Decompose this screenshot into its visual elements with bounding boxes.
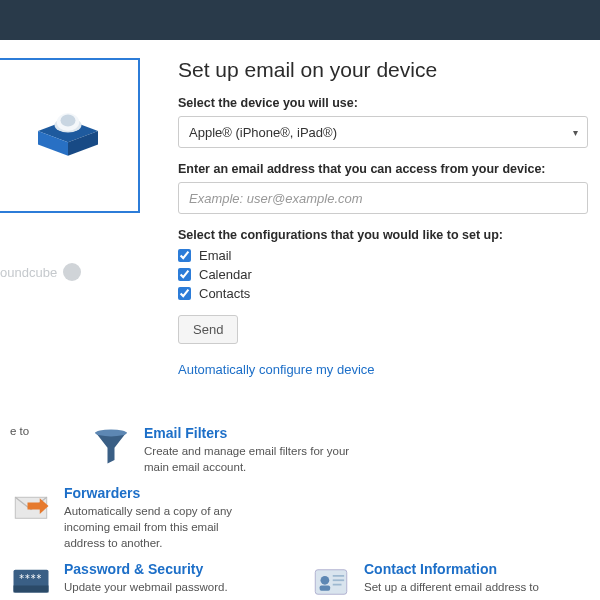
feature-fragment: e to	[10, 425, 60, 475]
svg-rect-13	[315, 570, 347, 595]
setup-panel: Set up email on your device Select the d…	[140, 40, 600, 377]
svg-point-5	[60, 114, 75, 126]
feature-forwarders[interactable]: Forwarders Automatically send a copy of …	[10, 485, 240, 551]
funnel-icon	[90, 425, 132, 467]
contacts-checkbox-row[interactable]: Contacts	[178, 286, 588, 301]
contacts-checkbox-label: Contacts	[199, 286, 250, 301]
roundcube-text: oundcube	[0, 265, 57, 280]
address-label: Enter an email address that you can acce…	[178, 162, 588, 176]
contacts-checkbox[interactable]	[178, 287, 191, 300]
top-bar	[0, 0, 600, 40]
svg-text:****: ****	[19, 573, 42, 584]
forward-envelope-icon	[10, 485, 52, 527]
email-checkbox[interactable]	[178, 249, 191, 262]
svg-rect-17	[333, 580, 344, 582]
feature-desc: Automatically send a copy of any incomin…	[64, 503, 240, 551]
roundcube-logo-icon	[63, 263, 81, 281]
calendar-checkbox-label: Calendar	[199, 267, 252, 282]
feature-title: Password & Security	[64, 561, 228, 577]
device-select[interactable]: Apple® (iPhone®, iPad®)	[178, 116, 588, 148]
left-column: oundcube	[0, 40, 140, 377]
features-grid: e to Email Filters Create and manage ema…	[0, 377, 600, 600]
configs-label: Select the configurations that you would…	[178, 228, 588, 242]
email-checkbox-label: Email	[199, 248, 232, 263]
svg-rect-15	[320, 586, 331, 591]
feature-desc: Create and manage email filters for your…	[144, 443, 360, 475]
feature-email-filters[interactable]: Email Filters Create and manage email fi…	[90, 425, 360, 475]
calendar-checkbox[interactable]	[178, 268, 191, 281]
device-label: Select the device you will use:	[178, 96, 588, 110]
svg-point-14	[321, 576, 330, 585]
email-address-input[interactable]	[178, 182, 588, 214]
feature-title: Email Filters	[144, 425, 360, 441]
feature-spacer	[270, 485, 320, 551]
feature-contact-info[interactable]: Contact Information Set up a different e…	[310, 561, 540, 600]
roundcube-brand: oundcube	[0, 263, 140, 281]
password-icon: ****	[10, 561, 52, 600]
feature-password[interactable]: **** Password & Security Update your web…	[10, 561, 280, 600]
svg-rect-18	[333, 584, 342, 586]
send-button[interactable]: Send	[178, 315, 238, 344]
mail-client-icon	[28, 101, 108, 161]
mail-client-card[interactable]	[0, 58, 140, 213]
svg-point-7	[95, 429, 127, 436]
feature-desc: Update your webmail password.	[64, 579, 228, 595]
svg-marker-6	[95, 432, 127, 464]
contact-card-icon	[310, 561, 352, 600]
email-checkbox-row[interactable]: Email	[178, 248, 588, 263]
feature-title: Forwarders	[64, 485, 240, 501]
calendar-checkbox-row[interactable]: Calendar	[178, 267, 588, 282]
svg-rect-11	[14, 586, 49, 593]
feature-desc: Set up a different email address to rece…	[364, 579, 540, 600]
page-title: Set up email on your device	[178, 58, 588, 82]
feature-title: Contact Information	[364, 561, 540, 577]
svg-rect-16	[333, 575, 344, 577]
auto-configure-link[interactable]: Automatically configure my device	[178, 362, 588, 377]
